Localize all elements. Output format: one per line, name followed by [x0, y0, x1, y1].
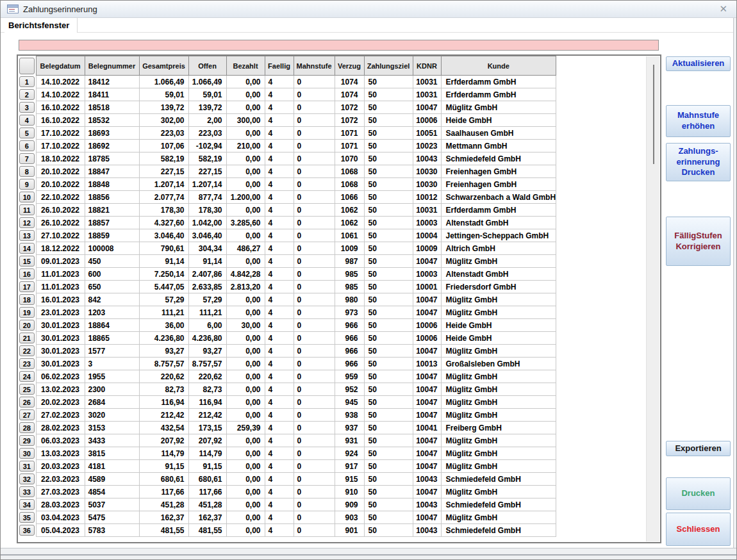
- cell[interactable]: 50: [364, 332, 413, 345]
- cell[interactable]: 50: [364, 242, 413, 255]
- cell[interactable]: 0,00: [226, 101, 265, 114]
- cell[interactable]: 451,28: [139, 498, 188, 511]
- cell[interactable]: 27.02.2023: [36, 409, 85, 422]
- cell[interactable]: Müglitz GmbH: [441, 370, 556, 383]
- cell[interactable]: 50: [364, 319, 413, 332]
- cell[interactable]: 50: [364, 460, 413, 473]
- cell[interactable]: 0,00: [226, 204, 265, 217]
- cell[interactable]: 0,00: [226, 306, 265, 319]
- cell[interactable]: 987: [335, 255, 364, 268]
- cell[interactable]: 0,00: [226, 358, 265, 370]
- cell[interactable]: 18859: [85, 229, 139, 242]
- cell[interactable]: 0,00: [226, 88, 265, 101]
- cell[interactable]: 50: [364, 473, 413, 486]
- cell[interactable]: 680,61: [139, 473, 188, 486]
- cell[interactable]: 10047: [413, 383, 441, 396]
- cell[interactable]: 4: [265, 152, 294, 165]
- cell[interactable]: 20.10.2022: [36, 165, 85, 178]
- cell[interactable]: 4: [265, 191, 294, 204]
- cell[interactable]: 4: [265, 498, 294, 511]
- cell[interactable]: 1071: [335, 127, 364, 140]
- cell[interactable]: 50: [364, 101, 413, 114]
- cell[interactable]: Erfderdamm GmbH: [441, 76, 556, 88]
- cell[interactable]: 30.01.2023: [36, 332, 85, 345]
- cell[interactable]: 4: [265, 383, 294, 396]
- cell[interactable]: 50: [364, 204, 413, 217]
- cell[interactable]: 20.10.2022: [36, 178, 85, 191]
- cell[interactable]: 0: [294, 268, 335, 281]
- column-header[interactable]: Mahnstufe: [294, 56, 335, 76]
- column-header[interactable]: Belegdatum: [36, 56, 85, 76]
- cell[interactable]: 0: [294, 486, 335, 498]
- cell[interactable]: Großalsleben GmbH: [441, 358, 556, 370]
- cell[interactable]: 0,00: [226, 498, 265, 511]
- cell[interactable]: 909: [335, 498, 364, 511]
- row-selector[interactable]: 16: [19, 268, 35, 279]
- cell[interactable]: 57,29: [188, 293, 226, 306]
- cell[interactable]: 0,00: [226, 127, 265, 140]
- cell[interactable]: Heide GmbH: [441, 114, 556, 127]
- cell[interactable]: 450: [85, 255, 139, 268]
- cell[interactable]: 50: [364, 114, 413, 127]
- cell[interactable]: 09.01.2023: [36, 255, 85, 268]
- cell[interactable]: 82,73: [139, 383, 188, 396]
- cell[interactable]: 207,92: [139, 434, 188, 447]
- cell[interactable]: 20.02.2023: [36, 396, 85, 409]
- cell[interactable]: 111,21: [139, 306, 188, 319]
- cell[interactable]: 03.04.2023: [36, 511, 85, 524]
- cell[interactable]: 18847: [85, 165, 139, 178]
- cell[interactable]: 50: [364, 140, 413, 152]
- cell[interactable]: 0: [294, 358, 335, 370]
- cell[interactable]: 50: [364, 511, 413, 524]
- cell[interactable]: 1068: [335, 178, 364, 191]
- cell[interactable]: 1009: [335, 242, 364, 255]
- cell[interactable]: 4: [265, 217, 294, 229]
- cell[interactable]: 985: [335, 268, 364, 281]
- cell[interactable]: 4: [265, 358, 294, 370]
- cell[interactable]: 93,27: [188, 345, 226, 358]
- cell[interactable]: Müglitz GmbH: [441, 306, 556, 319]
- cell[interactable]: 0: [294, 178, 335, 191]
- cell[interactable]: 18864: [85, 319, 139, 332]
- cell[interactable]: 0,00: [226, 370, 265, 383]
- cell[interactable]: 227,15: [139, 165, 188, 178]
- cell[interactable]: 0,00: [226, 460, 265, 473]
- cell[interactable]: 3.046,40: [139, 229, 188, 242]
- cell[interactable]: Freiberg GmbH: [441, 422, 556, 434]
- row-selector[interactable]: 19: [19, 307, 35, 318]
- cell[interactable]: 10001: [413, 281, 441, 293]
- cell[interactable]: 10031: [413, 76, 441, 88]
- cell[interactable]: Müglitz GmbH: [441, 460, 556, 473]
- cell[interactable]: 16.10.2022: [36, 101, 85, 114]
- cell[interactable]: 06.03.2023: [36, 434, 85, 447]
- row-selector-header[interactable]: [18, 56, 36, 76]
- cell[interactable]: 10006: [413, 114, 441, 127]
- cell[interactable]: 50: [364, 293, 413, 306]
- cell[interactable]: 0: [294, 191, 335, 204]
- drucken-button[interactable]: Drucken: [666, 477, 731, 510]
- cell[interactable]: 931: [335, 434, 364, 447]
- cell[interactable]: 5783: [85, 524, 139, 537]
- cell[interactable]: 842: [85, 293, 139, 306]
- mahnstufe-erhoehen-button[interactable]: Mahnstufe erhöhen: [666, 105, 731, 137]
- cell[interactable]: 16.10.2022: [36, 114, 85, 127]
- cell[interactable]: 0,00: [226, 293, 265, 306]
- cell[interactable]: 100008: [85, 242, 139, 255]
- row-selector[interactable]: 1: [19, 76, 35, 87]
- cell[interactable]: 4181: [85, 460, 139, 473]
- cell[interactable]: 0,00: [226, 178, 265, 191]
- cell[interactable]: 1074: [335, 88, 364, 101]
- cell[interactable]: Heide GmbH: [441, 332, 556, 345]
- cell[interactable]: 2300: [85, 383, 139, 396]
- faelligstufen-korrigieren-button[interactable]: FälligStufen Korrigieren: [666, 217, 731, 266]
- cell[interactable]: 302,00: [139, 114, 188, 127]
- cell[interactable]: 10009: [413, 242, 441, 255]
- exportieren-button[interactable]: Exportieren: [666, 441, 731, 456]
- cell[interactable]: 917: [335, 460, 364, 473]
- cell[interactable]: 162,37: [188, 511, 226, 524]
- cell[interactable]: 2.077,74: [139, 191, 188, 204]
- cell[interactable]: 4: [265, 319, 294, 332]
- cell[interactable]: 10003: [413, 217, 441, 229]
- cell[interactable]: 938: [335, 409, 364, 422]
- cell[interactable]: Schmiedefeld GmbH: [441, 152, 556, 165]
